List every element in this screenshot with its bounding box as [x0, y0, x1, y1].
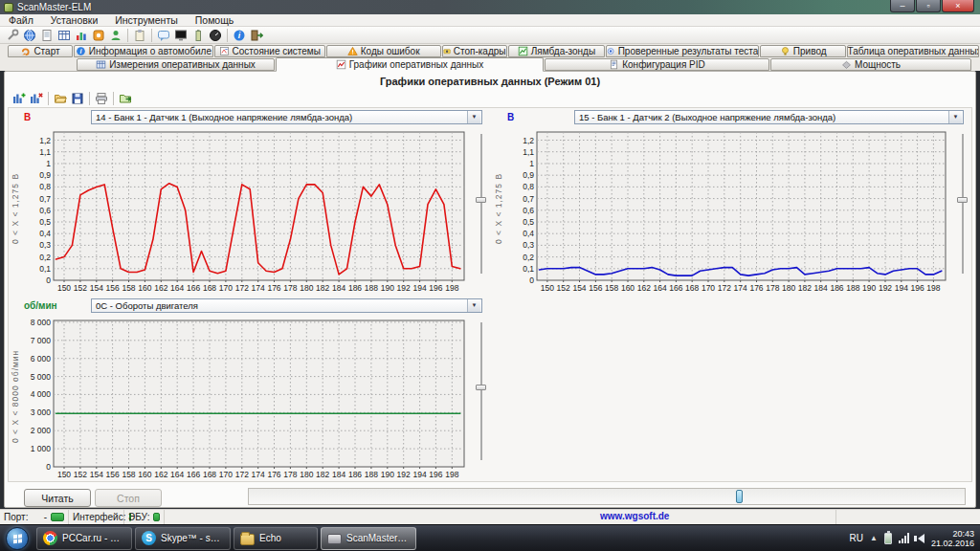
tab-live-data-table[interactable]: Таблица оперативных данных [847, 45, 979, 57]
taskbar-app-echo-folder[interactable]: Echo [234, 527, 318, 550]
pid-select-sensor1[interactable]: 14 - Банк 1 - Датчик 1 (Выходное напряже… [91, 110, 482, 124]
clipboard-icon [133, 29, 146, 42]
timeline-slider[interactable] [248, 488, 966, 505]
svg-text:0,9: 0,9 [39, 170, 51, 180]
chart-scale-slider[interactable] [475, 134, 487, 274]
print-icon [95, 92, 108, 105]
status-main: www.wgsoft.de [165, 510, 836, 525]
tab-lambda-sensors[interactable]: Лямбда-зонды [508, 45, 606, 57]
toolbar-chat-icon[interactable] [155, 28, 172, 43]
screen: ScanMaster-ELM – ▫ × ФайлУстановкиИнстру… [0, 0, 980, 551]
toolbar-separator [48, 92, 49, 105]
svg-text:190: 190 [862, 283, 876, 293]
clock[interactable]: 20:43 21.02.2016 [931, 529, 974, 548]
tab-start[interactable]: Старт [8, 45, 73, 57]
slider-groove [480, 134, 482, 274]
toolbar-report-icon[interactable] [38, 28, 56, 43]
svg-text:1 000: 1 000 [31, 444, 52, 453]
export-icon [119, 92, 132, 105]
svg-text:188: 188 [846, 283, 859, 293]
menu-help[interactable]: Помощь [187, 14, 243, 27]
battery-icon[interactable] [884, 533, 892, 544]
toolbar-connect-icon[interactable] [4, 28, 21, 43]
toolbar-terminal-icon[interactable] [172, 28, 189, 43]
table-icon [57, 29, 71, 42]
toolbar-clipboard-icon[interactable] [131, 28, 148, 43]
slider-thumb[interactable] [476, 197, 486, 203]
minimize-button[interactable]: – [890, 0, 915, 12]
svg-text:158: 158 [605, 283, 618, 293]
terminal-icon [174, 29, 188, 42]
toolbar-battery-icon[interactable] [189, 28, 207, 43]
toolbar-chart-icon[interactable] [73, 28, 90, 43]
tab-power[interactable]: Мощность [770, 58, 971, 71]
tab-system-status[interactable]: Состояние системы [214, 45, 325, 57]
svg-text:172: 172 [235, 470, 249, 479]
toolbar-settings-icon[interactable] [90, 28, 107, 43]
volume-icon[interactable] [918, 534, 924, 543]
tab-vehicle-info[interactable]: iИнформация о автомобиле [74, 45, 213, 57]
toolbar-table-icon[interactable] [56, 28, 73, 43]
language-indicator[interactable]: RU [850, 533, 863, 543]
toolbar-web-icon[interactable] [21, 28, 38, 43]
tab-trouble-codes[interactable]: Коды ошибок [326, 45, 441, 57]
toolbar-user-icon[interactable] [107, 28, 124, 43]
read-button[interactable]: Читать [24, 489, 91, 507]
taskbar-app-skype[interactable]: SSkype™ - surovtse... [135, 527, 231, 550]
chart-toolbar-save-icon[interactable] [69, 91, 86, 106]
svg-text:180: 180 [782, 283, 795, 293]
tab-test-results[interactable]: Проверенные результаты теста [606, 45, 759, 57]
close-button[interactable]: × [942, 0, 974, 12]
chart-toolbar-remove-graph-icon[interactable] [28, 91, 45, 106]
main-toolbar: i [0, 27, 980, 44]
chart-toolbar-print-icon[interactable] [93, 91, 110, 106]
chart-scale-slider[interactable] [475, 322, 487, 460]
website-link[interactable]: www.wgsoft.de [600, 511, 669, 521]
toolbar-exit-icon[interactable] [248, 28, 265, 43]
tab-freeze-frames[interactable]: Стоп-кадры [442, 45, 507, 57]
svg-text:188: 188 [365, 283, 378, 293]
svg-text:182: 182 [316, 470, 329, 479]
tab-live-data-graphs[interactable]: Графики оперативных данных [276, 57, 544, 72]
taskbar-app-chrome[interactable]: PCCar.ru - Ваш а... [36, 527, 132, 550]
toolbar-info-icon[interactable]: i [231, 28, 248, 43]
slider-thumb[interactable] [476, 385, 486, 390]
svg-text:170: 170 [219, 283, 233, 293]
tab-label: Привод [793, 46, 827, 56]
svg-text:194: 194 [413, 283, 427, 293]
chrome-icon [43, 531, 57, 545]
chevron-down-icon: ▼ [948, 111, 962, 123]
pid-select-sensor2[interactable]: 15 - Банк 1 - Датчик 2 (Выходное напряже… [574, 110, 964, 124]
svg-text:0,9: 0,9 [523, 170, 534, 180]
svg-text:188: 188 [365, 470, 378, 479]
window-titlebar: ScanMaster-ELM – ▫ × [0, 0, 980, 14]
svg-text:150: 150 [57, 283, 71, 293]
network-signal-icon[interactable] [899, 533, 911, 543]
start-button[interactable] [6, 527, 29, 550]
chart-toolbar-export-icon[interactable] [117, 91, 134, 106]
chip-icon [327, 534, 342, 544]
tab-pid-config[interactable]: Конфигурация PID [545, 58, 769, 71]
tab-actuator[interactable]: Привод [760, 45, 846, 57]
menu-settings[interactable]: Установки [42, 14, 106, 27]
status-ecu: ЭБУ: [124, 510, 165, 525]
y-axis-range-label: 0 < X < 8000 об/мин [11, 326, 23, 466]
app-icon [4, 3, 13, 12]
svg-text:0: 0 [46, 276, 51, 285]
connect-icon [6, 29, 19, 42]
chart-toolbar-open-icon[interactable] [52, 91, 69, 106]
tray-expand-icon[interactable]: ▲ [870, 534, 878, 542]
chart-toolbar-add-graph-icon[interactable] [11, 91, 28, 106]
slider-thumb[interactable] [957, 197, 968, 203]
chart-scale-slider[interactable] [956, 134, 969, 274]
timeline-slider-thumb[interactable] [736, 490, 743, 503]
maximize-button[interactable]: ▫ [916, 0, 941, 12]
power-icon [841, 59, 852, 70]
taskbar-app-scanmaster[interactable]: ScanMaster-ELM [321, 527, 416, 550]
menu-file[interactable]: Файл [0, 14, 42, 27]
tab-live-data-measurements[interactable]: Измерения оперативных данных [77, 58, 275, 71]
toolbar-gauge-icon[interactable] [207, 28, 224, 43]
toolbar-separator [227, 29, 228, 42]
menu-tools[interactable]: Инструменты [106, 14, 186, 27]
pid-select-rpm[interactable]: 0C - Обороты двигателя ▼ [91, 298, 482, 313]
